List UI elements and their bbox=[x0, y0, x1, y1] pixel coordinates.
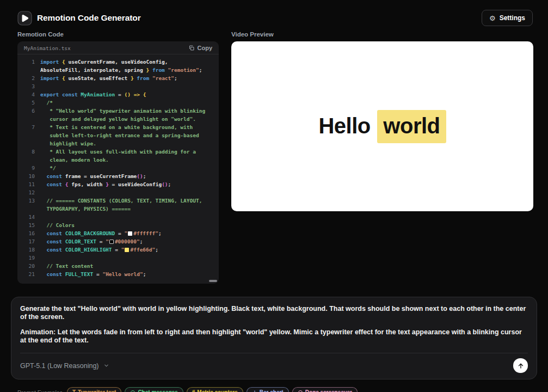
pill-label: Metric counters bbox=[197, 389, 237, 392]
remotion-logo-icon bbox=[17, 11, 32, 26]
line-number: 1 bbox=[23, 58, 35, 74]
pill-label: Typewriter text bbox=[78, 389, 116, 392]
line-number: 6 bbox=[23, 107, 35, 123]
prompt-examples-label: Prompt Examples bbox=[17, 389, 63, 392]
copy-button[interactable]: Copy bbox=[188, 45, 213, 51]
filename-label: MyAnimation.tsx bbox=[24, 45, 71, 51]
code-line: 20// Text content bbox=[23, 262, 212, 270]
prompt-card: Generate the text "Hello world" with wor… bbox=[11, 297, 537, 379]
code-line: 15// Colors bbox=[23, 221, 212, 229]
app-header: Remotion Code Generator ⚙ Settings bbox=[0, 0, 548, 26]
line-number: 20 bbox=[23, 262, 35, 270]
example-pill-bar-chart[interactable]: Bar chart bbox=[247, 387, 289, 392]
code-editor-panel: MyAnimation.tsx Copy 1import { useCurren… bbox=[17, 41, 219, 284]
main-area: Remotion Code MyAnimation.tsx Copy 1impo… bbox=[0, 31, 548, 284]
line-number: 13 bbox=[23, 197, 35, 213]
page-title: Remotion Code Generator bbox=[37, 13, 141, 23]
color-swatch bbox=[128, 231, 132, 236]
example-pill-typewriter-text[interactable]: TTypewriter text bbox=[67, 387, 122, 392]
video-hello-text: Hello world bbox=[318, 110, 446, 143]
code-body[interactable]: 1import { useCurrentFrame, useVideoConfi… bbox=[17, 54, 219, 281]
type-icon: T bbox=[72, 389, 76, 392]
line-number: 5 bbox=[23, 99, 35, 107]
color-swatch bbox=[125, 248, 129, 252]
example-pill-doge-screensaver[interactable]: Doge screensaver bbox=[292, 387, 358, 392]
code-line: 6* "Hello world" typewriter animation wi… bbox=[23, 107, 212, 123]
example-pills: TTypewriter textChat messages#Metric cou… bbox=[67, 387, 358, 392]
prompt-divider bbox=[20, 353, 528, 353]
line-number: 19 bbox=[23, 254, 35, 262]
line-number: 7 bbox=[23, 123, 35, 148]
settings-button[interactable]: ⚙ Settings bbox=[482, 10, 533, 26]
code-line: 13// ====== CONSTANTS (COLORS, TEXT, TIM… bbox=[23, 197, 212, 213]
settings-label: Settings bbox=[500, 14, 525, 22]
code-line: 21const FULL_TEXT = "Hello world"; bbox=[23, 270, 212, 278]
code-line: 9*/ bbox=[23, 164, 212, 172]
model-selector-button[interactable]: GPT-5.1 (Low Reasoning) bbox=[20, 359, 109, 373]
line-number: 2 bbox=[23, 74, 35, 82]
arrow-up-icon bbox=[517, 362, 525, 370]
code-line: 1import { useCurrentFrame, useVideoConfi… bbox=[23, 58, 212, 74]
line-number: 18 bbox=[23, 246, 35, 254]
line-number: 15 bbox=[23, 221, 35, 229]
code-line: 16const COLOR_BACKGROUND = "#ffffff"; bbox=[23, 229, 212, 237]
scrollbar-thumb[interactable] bbox=[209, 280, 217, 282]
code-line: 14 bbox=[23, 213, 212, 221]
code-line: 5/* bbox=[23, 99, 212, 107]
line-number: 11 bbox=[23, 180, 35, 188]
code-line: 2import { useState, useEffect } from "re… bbox=[23, 74, 212, 82]
model-label: GPT-5.1 (Low Reasoning) bbox=[20, 362, 99, 370]
chat-icon bbox=[130, 390, 136, 392]
line-number: 10 bbox=[23, 172, 35, 180]
copy-icon bbox=[188, 45, 195, 51]
code-line: 12 bbox=[23, 188, 212, 197]
pill-label: Bar chart bbox=[260, 389, 284, 392]
pill-label: Doge screensaver bbox=[305, 389, 352, 392]
code-line: 10const frame = useCurrentFrame(); bbox=[23, 172, 212, 180]
line-number: 12 bbox=[23, 188, 35, 197]
copy-label: Copy bbox=[198, 45, 213, 51]
pill-label: Chat messages bbox=[138, 389, 177, 392]
line-number: 17 bbox=[23, 237, 35, 246]
send-button[interactable] bbox=[513, 358, 528, 373]
code-line: 17const COLOR_TEXT = "#000000"; bbox=[23, 237, 212, 246]
highlighted-word: world bbox=[377, 110, 446, 143]
code-line: 7* Text is centered on a white backgroun… bbox=[23, 123, 212, 148]
line-number: 9 bbox=[23, 164, 35, 172]
code-line: 11const { fps, width } = useVideoConfig(… bbox=[23, 180, 212, 188]
prompt-paragraph-2: Animation: Let the words fade in from le… bbox=[20, 328, 528, 345]
example-pill-chat-messages[interactable]: Chat messages bbox=[125, 387, 183, 392]
code-line: 18const COLOR_HIGHLIGHT = "#ffe66d"; bbox=[23, 246, 212, 254]
prompt-paragraph-1: Generate the text "Hello world" with wor… bbox=[20, 305, 528, 321]
prompt-examples-row: Prompt Examples TTypewriter textChat mes… bbox=[0, 387, 548, 392]
code-line: 19 bbox=[23, 254, 212, 262]
code-line: 4export const MyAnimation = () => { bbox=[23, 90, 212, 99]
video-section-label: Video Preview bbox=[231, 31, 533, 38]
color-swatch bbox=[109, 240, 114, 244]
line-number: 21 bbox=[23, 270, 35, 278]
hello-word: Hello bbox=[318, 114, 376, 138]
code-editor-header: MyAnimation.tsx Copy bbox=[17, 41, 219, 54]
chevron-down-icon bbox=[103, 363, 109, 369]
code-line: 3 bbox=[23, 82, 212, 90]
line-number: 8 bbox=[23, 148, 35, 164]
circle-dot-icon bbox=[298, 390, 303, 392]
line-number: 4 bbox=[23, 90, 35, 99]
hash-icon: # bbox=[192, 389, 195, 392]
line-number: 16 bbox=[23, 229, 35, 237]
line-number: 14 bbox=[23, 213, 35, 221]
example-pill-metric-counters[interactable]: #Metric counters bbox=[187, 387, 243, 392]
gear-icon: ⚙ bbox=[489, 15, 496, 22]
prompt-input[interactable]: Generate the text "Hello world" with wor… bbox=[20, 305, 528, 345]
code-section-label: Remotion Code bbox=[17, 31, 219, 38]
code-line: 8* All layout uses full-width with paddi… bbox=[23, 148, 212, 164]
video-preview: Hello world bbox=[231, 41, 533, 211]
bar-chart-icon bbox=[252, 390, 257, 392]
line-number: 3 bbox=[23, 82, 35, 90]
